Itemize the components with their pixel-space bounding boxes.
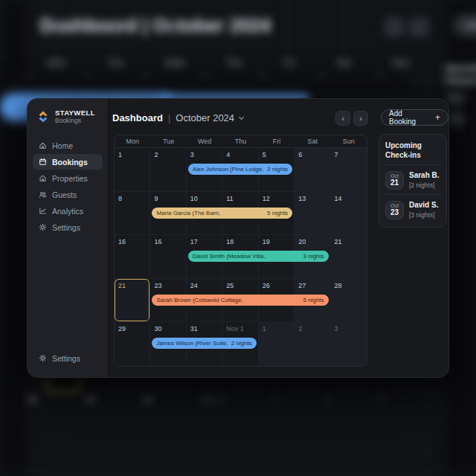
- dashboard-card: STAYWELL Bookings HomeBookingsProperties…: [27, 98, 449, 378]
- bg-bottom-shade: [0, 74, 408, 94]
- calendar-cell[interactable]: 1: [259, 322, 295, 366]
- staywell-logo-icon: [36, 109, 51, 124]
- booking-guest: Alex Johnson (Pine Lodge,: [193, 166, 264, 173]
- calendar-cell[interactable]: 29: [115, 322, 150, 366]
- booking-guest: David Smith (Meadow Villa,: [193, 253, 266, 260]
- day-header: Thu: [222, 138, 258, 145]
- day-header: Tue: [150, 138, 186, 145]
- month-nav-buttons: ‹ ›: [335, 111, 368, 126]
- bg-badge-blob: [446, 91, 464, 106]
- bg-date-number: 1: [273, 394, 278, 405]
- calendar-cell[interactable]: 2: [295, 322, 330, 366]
- sidebar-item-analytics[interactable]: Analytics: [33, 203, 103, 219]
- sidebar-item-label: Analytics: [52, 207, 83, 216]
- brand-logo: STAYWELL Bookings: [36, 109, 95, 125]
- gear-icon: [39, 354, 47, 362]
- badge-day: 23: [390, 208, 399, 217]
- guests-icon: [39, 190, 47, 199]
- calendar-cell[interactable]: 28: [331, 279, 367, 323]
- booking-guest: James Wilson (River Suite,: [156, 340, 228, 347]
- calendar-cell[interactable]: 21: [331, 235, 367, 279]
- sidebar-item-settings[interactable]: Settings: [33, 219, 103, 235]
- calendar-cell[interactable]: 16: [150, 235, 186, 279]
- badge-day: 21: [390, 178, 399, 187]
- guest-name: David S.: [409, 201, 438, 210]
- badge-month: Oct: [390, 173, 399, 178]
- bg-grid-lines: [0, 0, 351, 74]
- calendar-cell[interactable]: 3: [331, 322, 367, 366]
- bg-checkins-title: UpcomingCheck-ins: [445, 62, 476, 88]
- booking-bar[interactable]: Sarah Brown (Cotswold Cottage,5 nights: [152, 295, 328, 306]
- calendar-cell[interactable]: 6: [295, 148, 330, 192]
- booking-bar[interactable]: David Smith (Meadow Villa,3 nights: [188, 251, 329, 262]
- bg-date-number: 31: [143, 394, 153, 405]
- booking-nights: 5 nights: [303, 297, 324, 303]
- brand-name: STAYWELL: [55, 109, 95, 117]
- guest-nights: [3 nights]: [409, 211, 438, 219]
- bg-week5-numbers: 293031Nov 1123: [27, 394, 384, 405]
- booking-nights: 2 nights: [267, 166, 288, 173]
- bg-day-label: Sun: [393, 58, 409, 68]
- booking-bar[interactable]: Maria Garcia (The Barn,5 nights: [152, 208, 292, 219]
- screen: Dashboard | October 2024 Add Booking Mon…: [0, 0, 476, 476]
- brand-subtitle: Bookings: [55, 117, 95, 124]
- sidebar-footer-settings[interactable]: Settings: [33, 350, 103, 366]
- day-header: Fri: [259, 138, 295, 145]
- bg-prev-button: [385, 17, 405, 37]
- date-badge: Oct23: [385, 201, 404, 219]
- sidebar-item-label: Guests: [52, 190, 77, 199]
- sidebar-item-label: Home: [52, 141, 73, 150]
- calendar-cell-today[interactable]: 21: [115, 279, 150, 323]
- sidebar-item-home[interactable]: Home: [33, 138, 103, 153]
- booking-guest: Maria Garcia (The Barn,: [156, 210, 220, 216]
- day-header: Mon: [115, 138, 150, 145]
- bg-grid-line: [27, 454, 434, 455]
- calendar-cell[interactable]: 8: [115, 192, 150, 236]
- bg-add-booking-button: Add Booking: [454, 15, 476, 36]
- calendar-cell[interactable]: 1: [115, 148, 150, 192]
- gear-icon: [39, 223, 47, 231]
- panel-title: Upcoming Check-ins: [385, 141, 440, 160]
- sidebar-footer: Settings: [33, 350, 103, 367]
- plus-icon: +: [435, 112, 440, 123]
- sidebar: STAYWELL Bookings HomeBookingsProperties…: [28, 99, 109, 377]
- sidebar-item-label: Settings: [52, 223, 80, 232]
- calendar-grid: 1234567891011121314161617181920212123242…: [115, 148, 367, 366]
- bg-date-number: 30: [85, 394, 95, 405]
- bg-date-number: 2: [326, 394, 331, 405]
- divider: [385, 164, 440, 165]
- sidebar-item-label: Bookings: [52, 158, 88, 167]
- sidebar-nav: HomeBookingsPropertiesGuestsAnalyticsSet…: [33, 138, 103, 236]
- checkin-item[interactable]: Oct21Sarah B.[2 nights]: [385, 171, 440, 190]
- calendar-icon: [39, 158, 47, 166]
- sidebar-item-properties[interactable]: Properties: [33, 170, 103, 186]
- booking-nights: 5 nights: [267, 210, 288, 216]
- month-label: October 2024: [176, 112, 234, 123]
- calendar-cell[interactable]: 2: [150, 148, 186, 192]
- calendar-day-headers: MonTueWedThuFriSatSun: [115, 135, 367, 148]
- booking-nights: 2 nights: [231, 340, 252, 347]
- day-header: Sun: [331, 138, 367, 145]
- sidebar-item-label: Properties: [52, 174, 88, 183]
- next-month-button[interactable]: ›: [353, 111, 368, 126]
- calendar-cell[interactable]: 14: [331, 192, 367, 236]
- divider: [385, 194, 440, 195]
- upcoming-checkins-panel: Upcoming Check-ins Oct21Sarah B.[2 night…: [379, 134, 447, 228]
- booking-bar[interactable]: Alex Johnson (Pine Lodge,2 nights: [188, 164, 292, 175]
- page-title: Dashboard: [112, 112, 163, 123]
- add-booking-button[interactable]: Add Booking +: [381, 109, 448, 126]
- calendar-cell[interactable]: 13: [295, 192, 330, 236]
- checkin-item[interactable]: Oct23David S.[3 nights]: [385, 201, 440, 219]
- month-dropdown[interactable]: October 2024: [176, 112, 243, 123]
- day-header: Wed: [187, 138, 222, 145]
- page-title-bar: Dashboard | October 2024: [112, 112, 243, 123]
- calendar-cell[interactable]: 7: [331, 148, 367, 192]
- sidebar-item-bookings[interactable]: Bookings: [33, 154, 103, 170]
- prev-month-button[interactable]: ‹: [335, 111, 350, 126]
- calendar-cell[interactable]: 16: [115, 235, 150, 279]
- booking-nights: 3 nights: [303, 253, 324, 260]
- guest-name: Sarah B.: [409, 171, 440, 180]
- sidebar-item-guests[interactable]: Guests: [33, 187, 103, 202]
- analytics-icon: [39, 207, 47, 215]
- booking-bar[interactable]: James Wilson (River Suite,2 nights: [152, 338, 256, 349]
